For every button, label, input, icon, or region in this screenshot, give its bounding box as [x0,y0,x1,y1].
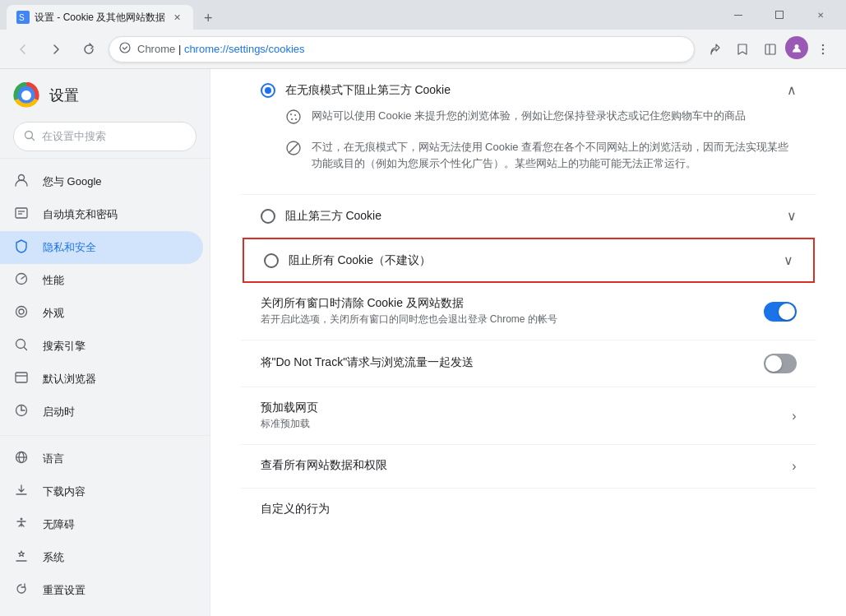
navbar: Chrome | chrome://settings/cookies [0,30,846,69]
option-incognito-radio[interactable] [261,83,275,98]
toggle-clear-switch[interactable] [764,302,797,322]
svg-rect-25 [16,373,27,382]
block-icon [285,140,302,160]
sidebar-search[interactable]: 在设置中搜索 [13,122,196,151]
sidebar-item-startup[interactable]: 启动时 [0,396,203,428]
minimize-button[interactable] [719,2,757,28]
svg-point-21 [16,307,27,317]
svg-rect-2 [734,15,742,16]
option-block-all-header[interactable]: 阻止所有 Cookie（不建议） ∨ [264,252,793,268]
sidebar-item-label: 隐私和安全 [43,240,96,255]
sidebar-item-language[interactable]: 语言 [0,442,203,475]
active-tab[interactable]: S 设置 - Cookie 及其他网站数据 ✕ [7,5,193,30]
chrome-logo [13,82,39,109]
sidebar-item-download[interactable]: 下载内容 [0,475,203,508]
nav-preload-chevron: › [792,409,796,424]
option-block-all-title: 阻止所有 Cookie（不建议） [289,253,774,268]
toggle-clear-title: 关闭所有窗口时清除 Cookie 及网站数据 [261,296,754,311]
window-controls: ✕ [719,2,839,28]
detail-text-cookie: 网站可以使用 Cookie 来提升您的浏览体验，例如让您保持登录状态或记住您购物… [312,108,747,124]
sidebar-item-label: 搜索引擎 [43,339,86,354]
content-inner: 在无痕模式下阻止第三方 Cookie ∧ 网站可以使用 Cookie 来提升您的… [241,69,816,553]
sidebar-item-extensions[interactable]: 扩展程序 ↗ [0,607,203,616]
cookie-icon [285,109,302,129]
svg-point-33 [21,518,23,521]
sidebar-divider [0,158,210,159]
svg-point-37 [290,113,292,115]
menu-button[interactable] [810,36,836,63]
nav-site-data-title: 查看所有网站数据和权限 [261,458,793,473]
sidebar-item-label: 下载内容 [43,484,86,499]
svg-point-10 [822,52,824,53]
option-incognito-title: 在无痕模式下阻止第三方 Cookie [285,83,777,98]
titlebar: S 设置 - Cookie 及其他网站数据 ✕ + ✕ [0,0,846,30]
forward-button[interactable] [43,36,69,63]
sidebar-header: 设置 [0,69,210,115]
svg-line-15 [32,137,35,140]
sidebar-item-accessibility[interactable]: 无障碍 [0,508,203,541]
user-icon [13,173,30,191]
svg-rect-5 [765,44,775,54]
toggle-dnt-content: 将"Do Not Track"请求与浏览流量一起发送 [261,354,797,373]
sidebar-item-label: 性能 [43,273,64,288]
sidebar-toggle-button[interactable] [757,36,784,63]
address-secure-icon [119,42,131,56]
maximize-button[interactable] [760,2,798,28]
toggle-clear-on-close: 关闭所有窗口时清除 Cookie 及网站数据 若开启此选项，关闭所有窗口的同时您… [241,283,816,340]
sidebar-item-privacy[interactable]: 隐私和安全 [0,231,203,264]
option-third-party-header[interactable]: 阻止第三方 Cookie ∨ [261,208,797,224]
toggle-dnt-title: 将"Do Not Track"请求与浏览流量一起发送 [261,355,754,370]
toggle-dnt-switch[interactable] [764,354,797,373]
system-icon [13,549,30,567]
tab-close-button[interactable]: ✕ [170,11,183,24]
bookmark-button[interactable] [729,36,756,63]
refresh-button[interactable] [76,36,102,63]
section-custom-label: 自定义的行为 [261,502,330,515]
sidebar-item-browser[interactable]: 默认浏览器 [0,363,203,396]
toggle-dnt-text: 将"Do Not Track"请求与浏览流量一起发送 [261,355,754,372]
nav-preload[interactable]: 预加载网页 标准预加载 › [241,387,816,445]
tab-favicon: S [16,11,30,24]
language-icon [13,450,30,468]
sidebar: 设置 在设置中搜索 您与 Google 自动填充和密码 隐私和安全 [0,69,210,616]
option-incognito-header[interactable]: 在无痕模式下阻止第三方 Cookie ∧ [261,82,797,98]
sidebar-item-label: 外观 [43,306,64,321]
url-prefix: Chrome [137,43,175,55]
main-layout: 设置 在设置中搜索 您与 Google 自动填充和密码 隐私和安全 [0,69,846,616]
option-third-party-chevron: ∨ [787,208,797,224]
option-block-all-radio[interactable] [264,253,279,268]
new-tab-button[interactable]: + [196,7,220,30]
share-button[interactable] [701,36,728,63]
nav-preload-subtitle: 标准预加载 [261,417,793,431]
sidebar-item-label: 启动时 [43,405,75,419]
sidebar-item-appearance[interactable]: 外观 [0,297,203,330]
sidebar-item-system[interactable]: 系统 [0,541,203,574]
sidebar-item-reset[interactable]: 重置设置 [0,574,203,607]
back-button[interactable] [10,36,36,63]
nav-preload-text: 预加载网页 标准预加载 [261,401,793,431]
detail-item-cookie: 网站可以使用 Cookie 来提升您的浏览体验，例如让您保持登录状态或记住您购物… [285,108,797,129]
option-third-party-title: 阻止第三方 Cookie [285,209,777,224]
option-third-party-radio[interactable] [261,209,275,224]
sidebar-item-google[interactable]: 您与 Google [0,165,203,198]
svg-point-22 [19,309,24,314]
sidebar-item-performance[interactable]: 性能 [0,264,203,297]
svg-rect-3 [776,12,784,19]
option-block-all: 阻止所有 Cookie（不建议） ∨ [243,238,815,283]
sidebar-item-search[interactable]: 搜索引擎 [0,330,203,363]
svg-line-42 [289,143,298,153]
svg-point-23 [16,340,25,349]
nav-site-data[interactable]: 查看所有网站数据和权限 › [241,445,816,489]
sidebar-item-label: 自动填充和密码 [43,207,118,222]
option-third-party: 阻止第三方 Cookie ∨ [241,195,816,238]
sidebar-item-autofill[interactable]: 自动填充和密码 [0,198,203,231]
address-bar[interactable]: Chrome | chrome://settings/cookies [109,36,695,63]
toggle-dnt: 将"Do Not Track"请求与浏览流量一起发送 [241,340,816,387]
profile-button[interactable] [785,36,808,59]
address-text: Chrome | chrome://settings/cookies [137,43,684,55]
content-area: 在无痕模式下阻止第三方 Cookie ∧ 网站可以使用 Cookie 来提升您的… [210,69,846,616]
startup-icon [13,403,30,421]
sidebar-item-label: 系统 [43,550,64,565]
close-window-button[interactable]: ✕ [802,2,839,28]
download-icon [13,483,30,501]
